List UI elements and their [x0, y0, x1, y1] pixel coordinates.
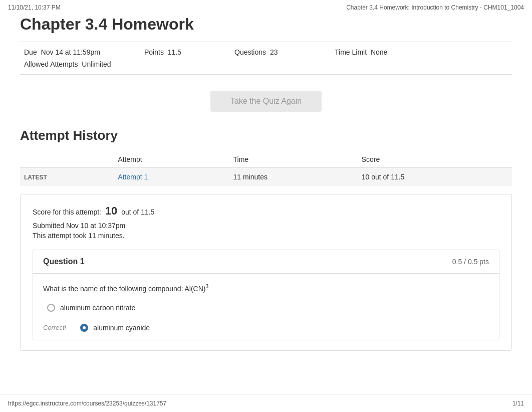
question-1-card: Question 1 0.5 / 0.5 pts What is the nam… — [33, 250, 499, 340]
col-header-time: Time — [229, 151, 358, 168]
table-row: LATEST Attempt 1 11 minutes 10 out of 11… — [20, 168, 512, 186]
points-label: Points — [144, 48, 164, 56]
answer-label-1: aluminum carbon nitrate — [60, 304, 135, 312]
took-line: This attempt took 11 minutes. — [33, 232, 499, 240]
quiz-button-area: Take the Quiz Again — [20, 91, 512, 112]
answer-option-2: aluminum cyanide — [76, 321, 154, 335]
attempt-detail-box: Score for this attempt: 10 out of 11.5 S… — [20, 194, 512, 351]
time-limit-value: None — [371, 48, 387, 56]
attempt-history-table: Attempt Time Score LATEST Attempt 1 11 m… — [20, 151, 512, 186]
radio-circle-2 — [80, 324, 88, 332]
col-header-attempt: Attempt — [114, 151, 229, 168]
questions-value: 23 — [270, 48, 278, 56]
question-body: What is the name of the following compou… — [33, 274, 499, 340]
col-header-score: Score — [358, 151, 512, 168]
points-value: 11.5 — [168, 48, 181, 56]
due-label: Due — [24, 48, 37, 56]
attempt-score: 10 out of 11.5 — [358, 168, 512, 186]
answer-option-1: aluminum carbon nitrate — [43, 301, 489, 315]
pagination: 1/11 — [512, 400, 524, 407]
questions-label: Questions — [234, 48, 266, 56]
bottom-bar: https://egcc.instructure.com/courses/232… — [0, 394, 532, 412]
question-text: What is the name of the following compou… — [43, 284, 489, 293]
score-number: 10 — [105, 204, 117, 217]
attempt-time: 11 minutes — [229, 168, 358, 186]
question-title: Question 1 — [43, 257, 85, 266]
col-header-badge — [20, 151, 114, 168]
page-title: Chapter 3.4 Homework — [20, 15, 512, 34]
allowed-attempts-label: Allowed Attempts — [24, 60, 78, 68]
submitted-line: Submitted Nov 10 at 10:37pm — [33, 222, 499, 230]
correct-wrapper: Correct! aluminum cyanide — [43, 321, 489, 335]
datetime-label: 11/10/21, 10:37 PM — [8, 4, 61, 11]
score-suffix: out of 11.5 — [121, 208, 154, 216]
time-limit-label: Time Limit — [335, 48, 367, 56]
answer-label-2: aluminum cyanide — [93, 324, 150, 332]
question-superscript: 3 — [206, 284, 209, 289]
course-title-label: Chapter 3.4 Homework: Introduction to Ch… — [346, 4, 524, 11]
allowed-attempts-value: Unlimited — [82, 60, 111, 68]
question-header: Question 1 0.5 / 0.5 pts — [33, 250, 499, 274]
radio-circle-1 — [47, 304, 55, 312]
score-for-label: Score for this attempt: — [33, 208, 101, 216]
attempt-history-title: Attempt History — [20, 128, 512, 143]
bottom-url: https://egcc.instructure.com/courses/232… — [8, 400, 166, 407]
correct-label: Correct! — [43, 324, 66, 331]
meta-bar: Due Nov 14 at 11:59pm Points 11.5 Questi… — [20, 42, 512, 75]
due-value: Nov 14 at 11:59pm — [41, 48, 100, 56]
question-pts: 0.5 / 0.5 pts — [452, 258, 489, 266]
score-line: Score for this attempt: 10 out of 11.5 — [33, 204, 499, 218]
attempt-link[interactable]: Attempt 1 — [118, 173, 148, 181]
latest-badge: LATEST — [24, 174, 47, 181]
question-text-before: What is the name of the following compou… — [43, 285, 206, 293]
take-quiz-button[interactable]: Take the Quiz Again — [210, 91, 322, 112]
